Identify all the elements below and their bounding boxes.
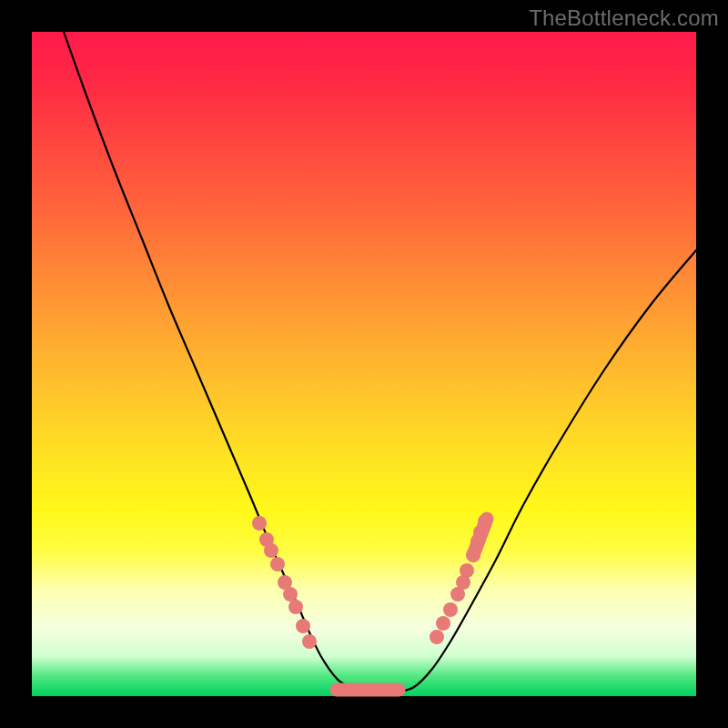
curve-svg xyxy=(32,32,696,696)
bead-marker xyxy=(443,602,458,617)
bead-marker xyxy=(264,543,278,558)
beads-left-group xyxy=(252,516,317,649)
bead-marker xyxy=(283,587,298,602)
bead-marker xyxy=(270,557,285,571)
bead-marker xyxy=(436,616,450,631)
chart-frame: TheBottleneck.com xyxy=(0,0,728,728)
bottleneck-curve xyxy=(64,32,696,693)
gradient-plot-area xyxy=(32,32,696,696)
right-bead-cluster xyxy=(473,519,487,555)
bead-marker xyxy=(252,516,267,531)
bead-marker xyxy=(302,634,317,649)
bead-marker xyxy=(296,619,310,633)
bead-marker xyxy=(460,563,474,578)
bead-marker xyxy=(288,600,303,614)
bead-marker xyxy=(430,630,444,644)
watermark-text: TheBottleneck.com xyxy=(529,5,719,31)
